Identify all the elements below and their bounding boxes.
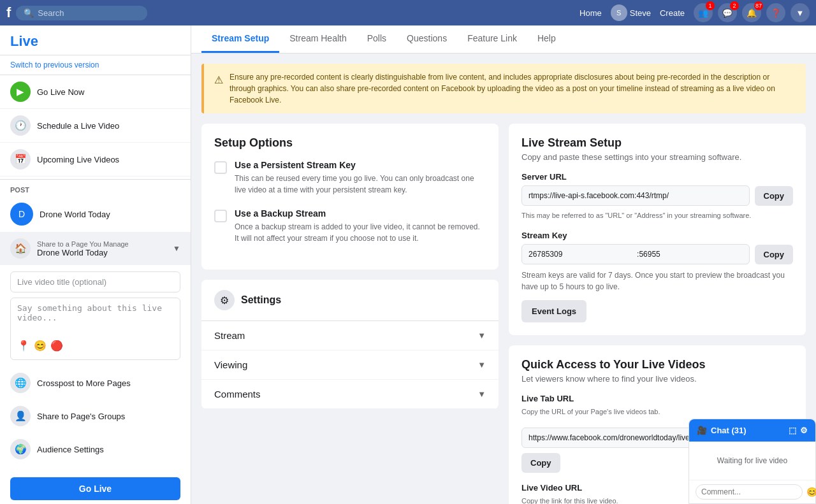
quick-access-subtitle: Let viewers know where to find your live… [521,374,793,384]
settings-stream-label: Stream [214,330,245,341]
help-btn[interactable]: ❓ [766,3,785,22]
share-dropdown-value: Drone World Today [37,248,166,257]
audience-label: Audience Settings [37,445,104,454]
sidebar-item-go-live-now[interactable]: ▶ Go Live Now [0,75,191,109]
switch-previous-version[interactable]: Switch to previous version [0,55,191,75]
chat-footer: 😊 ➤ [689,480,815,503]
settings-comments-row[interactable]: Comments ▼ [201,380,499,409]
server-url-label: Server URL [521,172,793,182]
nav-icons: Home S Steve Create 👥1 💬2 🔔87 ❓ ▼ [576,3,810,22]
tab-stream-setup[interactable]: Stream Setup [201,25,279,53]
share-page-icon: 🏠 [10,238,31,259]
copy-server-url-button[interactable]: Copy [755,186,794,206]
sidebar-item-upcoming[interactable]: 📅 Upcoming Live Videos [0,143,191,176]
tab-stream-health[interactable]: Stream Health [279,25,356,53]
settings-viewing-label: Viewing [214,359,247,370]
chat-input[interactable] [696,484,803,500]
settings-title: Settings [241,294,281,306]
nav-create-link[interactable]: Create [656,8,688,18]
go-live-button[interactable]: Go Live [10,477,180,500]
tag-icon[interactable]: 🔴 [50,340,63,352]
server-url-hint: This may be referred to as "URL" or "Add… [521,211,793,220]
schedule-icon: 🕐 [10,115,31,136]
persistent-stream-description: This can be reused every time you go liv… [235,173,486,196]
crosspost-label: Crosspost to More Pages [37,378,131,388]
sidebar-item-audience[interactable]: 🌍 Audience Settings [0,433,191,466]
chat-settings-icon[interactable]: ⚙ [800,426,808,435]
backup-stream-option: Use a Backup Stream Once a backup stream… [214,208,486,244]
sidebar-extra: 🌐 Crosspost to More Pages 👤 Share to Pag… [0,366,191,471]
chat-header-text: Chat (31) [711,426,747,435]
post-body-textarea[interactable] [17,303,173,335]
chat-panel: 🎥 Chat (31) ⬚ ⚙ Waiting for live video 😊… [688,419,816,504]
quick-access-title: Quick Access to Your Live Videos [521,358,793,371]
settings-viewing-row[interactable]: Viewing ▼ [201,350,499,380]
persistent-stream-text: Use a Persistent Stream Key This can be … [235,160,486,196]
chat-expand-icon[interactable]: ⬚ [789,426,796,435]
persistent-stream-checkbox[interactable] [214,161,227,174]
stream-key-label: Stream Key [521,231,793,240]
chat-emoji-icon[interactable]: 😊 [806,487,816,497]
server-url-input[interactable] [521,185,750,206]
share-groups-label: Share to Page's Groups [37,412,125,421]
chat-header: 🎥 Chat (31) ⬚ ⚙ [689,419,815,442]
share-to-page-label: Share to a Page You Manage [37,240,166,248]
comments-chevron-icon: ▼ [477,389,486,399]
viewing-chevron-icon: ▼ [477,360,486,370]
settings-stream-row[interactable]: Stream ▼ [201,321,499,350]
stream-chevron-icon: ▼ [477,331,486,340]
go-live-icon: ▶ [10,82,31,102]
stream-key-input[interactable] [521,244,750,264]
friends-notification-btn[interactable]: 👥1 [694,3,713,22]
messages-badge: 2 [730,1,739,10]
search-bar[interactable]: 🔍 [16,6,147,20]
server-url-row: Copy [521,185,793,206]
tab-polls[interactable]: Polls [357,25,397,53]
post-title-input[interactable] [10,271,180,292]
settings-btn[interactable]: ▼ [790,3,810,22]
tab-questions[interactable]: Questions [397,25,457,53]
location-icon[interactable]: 📍 [17,340,30,352]
nav-user-name: Steve [630,8,651,18]
avatar: S [611,4,627,21]
setup-options-title: Setup Options [214,136,486,150]
nav-home-link[interactable]: Home [576,8,606,18]
alert-box: ⚠ Ensure any pre-recorded content is cle… [201,64,806,113]
stream-setup-title: Live Stream Setup [521,136,793,150]
backup-stream-checkbox[interactable] [214,210,227,222]
alert-icon: ⚠ [214,73,223,106]
notifications-badge: 87 [754,1,763,10]
chat-content: Waiting for live video [689,442,815,480]
share-groups-icon: 👤 [10,406,31,426]
search-input[interactable] [38,8,140,18]
settings-comments-label: Comments [214,389,261,400]
top-navigation: f 🔍 Home S Steve Create 👥1 💬2 🔔87 ❓ ▼ [0,0,816,25]
emoji-icon[interactable]: 😊 [34,340,47,352]
persistent-stream-title: Use a Persistent Stream Key [235,160,486,170]
copy-live-tab-url-button[interactable]: Copy [521,453,560,473]
persistent-stream-option: Use a Persistent Stream Key This can be … [214,160,486,196]
backup-stream-text: Use a Backup Stream Once a backup stream… [235,208,486,244]
page-name: Drone World Today [40,210,110,219]
sidebar-item-share-groups[interactable]: 👤 Share to Page's Groups [0,400,191,433]
live-tab-url-label: Live Tab URL [521,394,793,403]
nav-user[interactable]: S Steve [611,4,651,21]
sidebar-item-schedule[interactable]: 🕐 Schedule a Live Video [0,109,191,143]
upcoming-icon: 📅 [10,149,31,169]
live-tab-url-hint: Copy the URL of your Page's live videos … [521,407,793,417]
event-logs-button[interactable]: Event Logs [521,300,586,322]
post-section: Post D Drone World Today 🏠 Share to a Pa… [0,179,191,366]
sidebar-item-page[interactable]: D Drone World Today [0,196,191,232]
tab-help[interactable]: Help [527,25,566,53]
post-section-label: Post [0,180,191,196]
copy-stream-key-button[interactable]: Copy [755,245,794,264]
settings-card: ⚙ Settings Stream ▼ Viewing ▼ Comments ▼ [201,280,499,409]
share-to-page-dropdown[interactable]: 🏠 Share to a Page You Manage Drone World… [0,232,191,265]
sidebar: Live Switch to previous version ▶ Go Liv… [0,25,191,504]
tab-feature-link[interactable]: Feature Link [457,25,527,53]
upcoming-label: Upcoming Live Videos [37,155,119,164]
stream-key-row: Copy [521,244,793,264]
sidebar-item-crosspost[interactable]: 🌐 Crosspost to More Pages [0,366,191,400]
notifications-btn[interactable]: 🔔87 [742,3,761,22]
messages-notification-btn[interactable]: 💬2 [718,3,737,22]
